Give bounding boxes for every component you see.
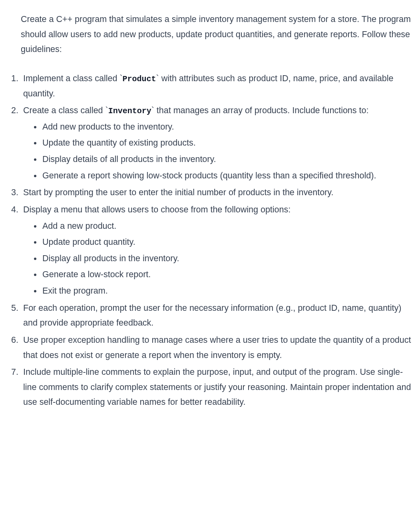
sub-list-item: Add a new product. xyxy=(42,219,412,234)
list-item: For each operation, prompt the user for … xyxy=(21,301,412,331)
sub-list-item: Generate a report showing low-stock prod… xyxy=(42,168,412,184)
list-item: Include multiple-line comments to explai… xyxy=(21,365,412,410)
list-item: Create a class called `Inventory` that m… xyxy=(21,103,412,183)
list-item: Implement a class called `Product` with … xyxy=(21,71,412,101)
sub-list-item: Update product quantity. xyxy=(42,235,412,250)
sub-list-item: Display all products in the inventory. xyxy=(42,251,412,266)
list-item-text-suffix: that manages an array of products. Inclu… xyxy=(154,106,369,115)
sub-unordered-list: Add new products to the inventory. Updat… xyxy=(23,120,412,184)
inline-code: Inventory xyxy=(108,106,151,116)
sub-list-item: Display details of all products in the i… xyxy=(42,152,412,167)
list-item: Display a menu that allows users to choo… xyxy=(21,202,412,299)
sub-list-item: Add new products to the inventory. xyxy=(42,120,412,135)
sub-list-item: Generate a low-stock report. xyxy=(42,267,412,282)
sub-list-item: Exit the program. xyxy=(42,284,412,299)
list-item-text-prefix: Implement a class called xyxy=(23,74,119,83)
main-ordered-list: Implement a class called `Product` with … xyxy=(8,71,412,410)
intro-paragraph: Create a C++ program that simulates a si… xyxy=(21,12,412,57)
inline-code: Product xyxy=(123,74,156,84)
sub-list-item: Update the quantity of existing products… xyxy=(42,136,412,151)
sub-unordered-list: Add a new product. Update product quanti… xyxy=(23,219,412,299)
list-item: Use proper exception handling to manage … xyxy=(21,333,412,363)
list-item: Start by prompting the user to enter the… xyxy=(21,185,412,200)
list-item-text-prefix: Create a class called xyxy=(23,106,105,115)
list-item-text: Display a menu that allows users to choo… xyxy=(23,205,291,214)
